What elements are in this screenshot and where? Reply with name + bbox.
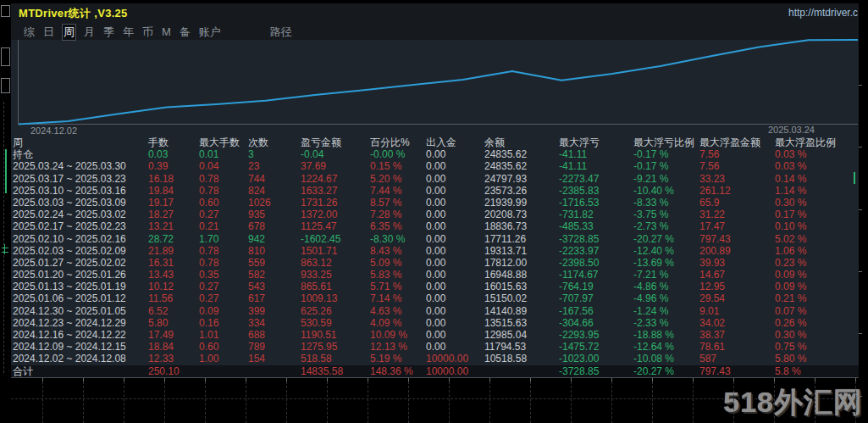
cell: 0.10 %	[775, 220, 856, 232]
cell: 10518.58	[484, 353, 559, 365]
cell: 33.23	[699, 173, 775, 185]
cell: 0.00	[426, 185, 484, 197]
cell: 5.8 %	[775, 365, 856, 377]
row-label: 2025.01.27 ~ 2025.02.02	[13, 257, 148, 269]
table-row: 2025.03.24 ~ 2025.03.300.390.042337.690.…	[13, 160, 856, 172]
tab-M[interactable]: M	[162, 25, 171, 38]
watermark: 518外汇网	[723, 383, 863, 422]
cell: 1.00	[199, 353, 248, 365]
table-row: 2025.02.10 ~ 2025.02.1628.721.70942-1602…	[13, 233, 856, 245]
cell: 18.27	[148, 209, 199, 220]
cell: 0.39	[148, 160, 199, 172]
table-header-row: 周手数最大手数次数盈亏金额百分比%出入金余额最大浮亏最大浮亏比例最大浮盈金额最大…	[13, 136, 856, 148]
cell: -8.33 %	[633, 197, 699, 209]
row-label: 2025.01.13 ~ 2025.01.19	[13, 281, 148, 292]
time-axis-tick	[693, 378, 694, 381]
cell: 39.93	[699, 257, 775, 269]
cell: 6.35 %	[370, 220, 426, 232]
cell: 1.14 %	[775, 185, 856, 197]
cell: 24797.93	[484, 173, 559, 185]
cell: -1174.67	[559, 269, 633, 281]
cell: 0.09	[199, 305, 248, 317]
cell: 38.37	[699, 329, 775, 341]
cell: 18.84	[148, 341, 199, 353]
tab-周[interactable]: 周	[63, 25, 75, 40]
cell: 942	[248, 233, 301, 245]
cell: 0.21	[199, 220, 248, 232]
cell: 200.89	[699, 245, 775, 257]
cell: -731.82	[559, 209, 633, 220]
cell: 12.95	[699, 281, 775, 292]
grid-vline	[83, 381, 84, 423]
tab-综[interactable]: 综	[24, 25, 35, 40]
cell: -9.21 %	[633, 173, 699, 185]
cell: 0.14 %	[775, 173, 856, 185]
tab-账户[interactable]: 账户	[199, 25, 221, 40]
cell: -1475.72	[559, 341, 633, 353]
price-axis-tick	[859, 396, 862, 397]
cell: 0.00	[426, 220, 484, 232]
cell: -1.24 %	[633, 305, 699, 317]
stats-table: 周手数最大手数次数盈亏金额百分比%出入金余额最大浮亏最大浮亏比例最大浮盈金额最大…	[13, 136, 856, 377]
tab-月[interactable]: 月	[84, 25, 95, 40]
cell: -2385.83	[559, 185, 633, 197]
tab-季[interactable]: 季	[103, 25, 114, 40]
time-axis-tick	[855, 378, 856, 381]
cell: 19.84	[148, 185, 199, 197]
table-row: 2025.02.03 ~ 2025.02.0921.890.788101501.…	[13, 245, 856, 257]
cell: 1501.71	[301, 245, 370, 257]
time-axis-tick	[611, 378, 612, 381]
cell: -7.21 %	[633, 269, 699, 281]
cell: 13515.63	[484, 317, 559, 329]
cell: 0.09 %	[775, 269, 856, 281]
cell: 14835.58	[301, 365, 370, 377]
vendor-link[interactable]: http://mtdriver.c	[788, 7, 858, 19]
grid-vline	[327, 381, 328, 423]
grid-vline	[530, 381, 531, 423]
row-label: 2025.02.10 ~ 2025.02.16	[13, 233, 148, 245]
cell: -0.17 %	[633, 160, 699, 172]
path-button[interactable]: 路径	[270, 25, 292, 40]
cell: -3.75 %	[633, 209, 699, 220]
cell: 797.43	[699, 365, 775, 377]
cell: 16.31	[148, 257, 199, 269]
total-row: 合计250.1014835.58148.36 %10000.00-3728.85…	[13, 365, 856, 377]
cell: -41.11	[559, 148, 633, 160]
cell: -2233.97	[559, 245, 633, 257]
cell: 810	[248, 245, 301, 257]
cell: 0.23 %	[775, 257, 856, 269]
cell: 0.75 %	[775, 341, 856, 353]
tab-币[interactable]: 币	[142, 25, 153, 40]
cell: 0.03 %	[775, 148, 856, 160]
cell: 0.00	[426, 305, 484, 317]
price-axis-tick	[859, 209, 862, 210]
grid-vline	[693, 381, 694, 423]
cell: 1.01	[199, 329, 248, 341]
cell: 0.04	[199, 160, 248, 172]
cell: 1.06 %	[775, 245, 856, 257]
grid-vline	[124, 381, 124, 423]
cell: 0.00	[426, 281, 484, 292]
row-label: 2025.03.24 ~ 2025.03.30	[13, 160, 148, 172]
time-axis-tick	[327, 378, 328, 381]
cell: 24835.62	[484, 160, 559, 172]
tab-日[interactable]: 日	[43, 25, 54, 40]
time-axis-tick	[164, 378, 165, 381]
price-axis-tick	[859, 85, 862, 86]
cell: 23	[248, 160, 301, 172]
cell: -13.69 %	[633, 257, 699, 269]
column-header: 最大手数	[199, 136, 248, 148]
cell: 0.03 %	[775, 160, 856, 172]
chart-object-box	[1, 5, 10, 17]
cell: 1.70	[199, 233, 248, 245]
column-header: 手数	[148, 136, 199, 148]
cell: 31.22	[699, 209, 775, 220]
cell: 28.72	[148, 233, 199, 245]
cell: -2398.50	[559, 257, 633, 269]
cell	[484, 365, 559, 377]
cell: 0.00	[426, 148, 484, 160]
cell: 12985.04	[484, 329, 559, 341]
tab-年[interactable]: 年	[123, 25, 134, 40]
tab-备[interactable]: 备	[180, 25, 191, 40]
cell: 17.47	[699, 220, 775, 232]
